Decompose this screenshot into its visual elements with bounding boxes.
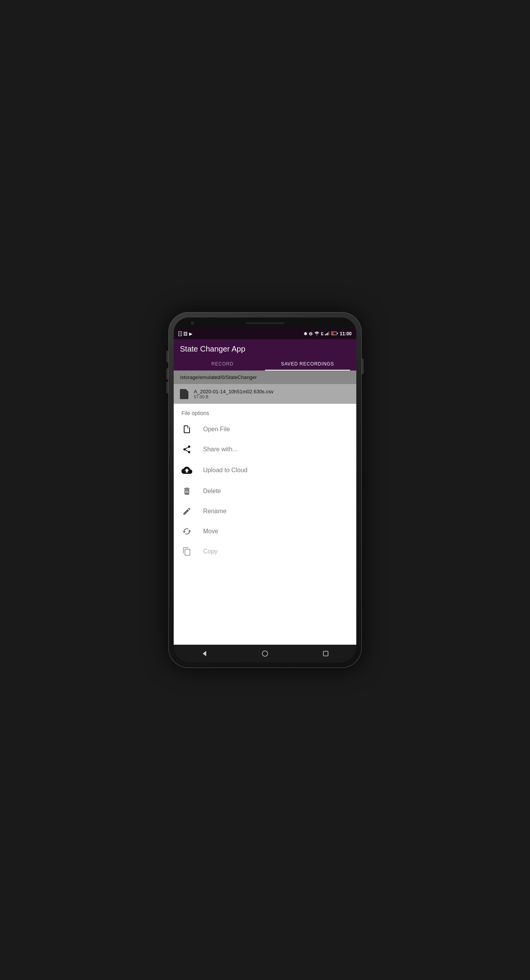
path-bar: /storage/emulated/0/StateChanger — [174, 370, 356, 384]
status-right-icons: ✱ ⊖ E 11:00 — [304, 331, 352, 336]
file-doc-icon — [180, 389, 188, 399]
notification-icon-3: ▶ — [189, 331, 192, 336]
clock: 11:00 — [340, 331, 352, 336]
battery-icon — [331, 331, 338, 336]
camera-dot — [191, 321, 194, 324]
notification-icon-2: 🖼 — [183, 331, 188, 336]
copy-icon — [181, 547, 192, 556]
svg-rect-7 — [337, 333, 338, 334]
menu-item-rename[interactable]: Rename — [174, 501, 356, 521]
file-icon — [181, 425, 192, 434]
move-icon — [181, 527, 192, 536]
network-e-icon: E — [321, 332, 324, 336]
phone-device: ! 🖼 ▶ ✱ ⊖ E — [168, 312, 362, 668]
share-icon — [181, 445, 192, 454]
bluetooth-icon: ✱ — [304, 331, 307, 336]
signal-icon — [325, 331, 330, 336]
file-row[interactable]: A_2020-01-14_10h51m02.630s.csv 57.00 B — [174, 384, 356, 404]
tab-saved-recordings[interactable]: SAVED RECORDINGS — [265, 357, 350, 370]
file-size: 57.00 B — [194, 394, 274, 399]
notification-icon-1: ! — [178, 331, 182, 336]
sheet-title: File options — [174, 410, 356, 419]
recents-button[interactable] — [319, 647, 333, 661]
svg-rect-3 — [327, 333, 328, 335]
share-label: Share with... — [203, 446, 238, 453]
menu-item-move[interactable]: Move — [174, 521, 356, 541]
menu-item-open-file[interactable]: Open File — [174, 419, 356, 439]
svg-point-12 — [262, 651, 268, 656]
speaker-bar — [246, 322, 284, 324]
svg-rect-1 — [325, 334, 326, 335]
wifi-icon — [314, 331, 320, 336]
svg-rect-4 — [328, 331, 329, 335]
svg-rect-13 — [323, 651, 328, 656]
camera-bar — [174, 318, 356, 328]
delete-label: Delete — [203, 488, 221, 495]
svg-marker-11 — [203, 651, 206, 656]
app-title: State Changer App — [180, 345, 350, 357]
rename-label: Rename — [203, 508, 226, 515]
menu-item-upload[interactable]: Upload to Cloud — [174, 459, 356, 481]
move-label: Move — [203, 528, 218, 535]
svg-rect-6 — [332, 332, 333, 335]
svg-rect-2 — [326, 333, 327, 335]
phone-screen: ! 🖼 ▶ ✱ ⊖ E — [174, 318, 356, 662]
tab-record[interactable]: RECORD — [180, 357, 265, 370]
open-file-label: Open File — [203, 426, 230, 433]
menu-item-copy[interactable]: Copy — [174, 541, 356, 562]
app-bar: State Changer App RECORD SAVED RECORDING… — [174, 339, 356, 370]
status-bar: ! 🖼 ▶ ✱ ⊖ E — [174, 328, 356, 339]
home-button[interactable] — [258, 647, 272, 661]
copy-label: Copy — [203, 548, 217, 555]
svg-point-0 — [316, 335, 317, 335]
bottom-sheet: File options Open File Share with... — [174, 404, 356, 645]
no-disturb-icon: ⊖ — [309, 331, 313, 336]
nav-bar — [174, 645, 356, 662]
rename-icon — [181, 507, 192, 516]
menu-item-delete[interactable]: Delete — [174, 481, 356, 501]
back-button[interactable] — [197, 647, 211, 661]
tabs-container: RECORD SAVED RECORDINGS — [180, 357, 350, 370]
upload-label: Upload to Cloud — [203, 467, 248, 474]
cloud-upload-icon — [181, 465, 192, 476]
file-name: A_2020-01-14_10h51m02.630s.csv — [194, 389, 274, 394]
delete-icon — [181, 487, 192, 496]
status-left-icons: ! 🖼 ▶ — [178, 331, 192, 336]
file-info: A_2020-01-14_10h51m02.630s.csv 57.00 B — [194, 389, 274, 399]
menu-item-share[interactable]: Share with... — [174, 439, 356, 459]
